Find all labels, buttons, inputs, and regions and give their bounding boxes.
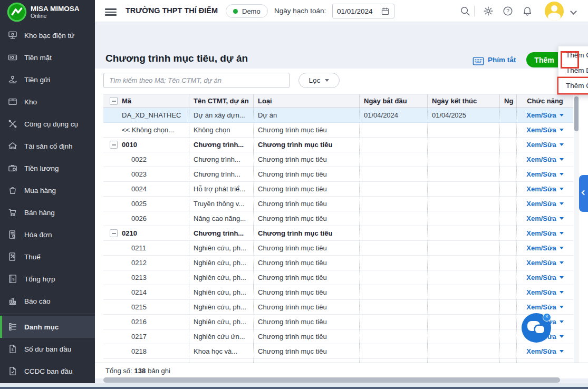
action-caret-icon[interactable]	[560, 217, 564, 220]
app-logo[interactable]: MISA MIMOSA Online	[0, 0, 95, 24]
table-row[interactable]: 0211Nghiên cứu, ph...Chương trình mục ti…	[103, 241, 573, 256]
table-row[interactable]: 0212Nghiên cứu, ph...Chương trình mục ti…	[103, 256, 573, 270]
row-action-link[interactable]: Xem/Sửa	[516, 123, 573, 137]
row-action-link[interactable]: Xem/Sửa	[516, 138, 573, 152]
hamburger-menu-icon[interactable]	[105, 7, 117, 17]
gear-icon[interactable]	[483, 5, 494, 17]
bell-icon[interactable]	[522, 5, 533, 17]
action-caret-icon[interactable]	[560, 350, 564, 353]
column-header-loai[interactable]: Loại	[253, 94, 359, 108]
table-row[interactable]: 0010Chương trình...Chương trình mục tiêu…	[103, 138, 573, 152]
action-caret-icon[interactable]	[560, 335, 564, 338]
table-row[interactable]: 0216Nghiên cứu, ph...Chương trình mục ti…	[103, 315, 573, 329]
row-action-link[interactable]: Xem/Sửa	[516, 152, 573, 167]
action-caret-icon[interactable]	[560, 114, 564, 116]
column-header-chuc-nang[interactable]: Chức năng	[516, 94, 573, 108]
table-row[interactable]: 0025Truyền thông v...Chương trình mục ti…	[103, 197, 573, 211]
table-row[interactable]: 0022Chương trình...Chương trình mục tiêu…	[103, 152, 573, 167]
action-caret-icon[interactable]	[560, 232, 564, 235]
sidebar-item-hoa-don[interactable]: Hóa đơn	[0, 223, 95, 246]
sidebar-item-cong-cu-dung-cu[interactable]: Công cụ dụng cụ	[0, 113, 95, 135]
sidebar-item-tai-san-co-dinh[interactable]: Tài sản cố định	[0, 135, 95, 157]
cell-code: 0217	[103, 329, 189, 344]
row-action-link[interactable]: Xem/Sửa	[516, 167, 573, 181]
table-row[interactable]: 0024Hỗ trợ phát triể...Chương trình mục …	[103, 182, 573, 197]
row-action-link[interactable]: Xem/Sửa	[516, 270, 573, 285]
vertical-scrollbar[interactable]	[574, 94, 579, 363]
column-header-truncated[interactable]: Ng	[499, 94, 516, 108]
calendar-icon[interactable]	[381, 7, 390, 16]
action-caret-icon[interactable]	[560, 158, 564, 161]
sidebar-item-tien-mat[interactable]: Tiền mặt	[0, 46, 95, 69]
add-menu-item-2[interactable]: Thêm Công trình/HMCT	[558, 78, 588, 93]
sidebar-item-tien-luong[interactable]: Tiền lương	[0, 157, 95, 179]
action-caret-icon[interactable]	[560, 306, 564, 308]
action-caret-icon[interactable]	[560, 143, 564, 146]
table-row[interactable]: 0210Chương trình...Chương trình mục tiêu…	[103, 226, 573, 241]
action-caret-icon[interactable]	[560, 276, 564, 279]
select-all-checkbox[interactable]	[110, 97, 118, 105]
table-row[interactable]: 0215Nghiên cứu, ph...Chương trình mục ti…	[103, 300, 573, 315]
chevron-down-icon[interactable]	[570, 8, 577, 15]
column-header-ngay-bat-dau[interactable]: Ngày bắt đầu	[359, 94, 427, 108]
filter-button[interactable]: Lọc	[298, 73, 340, 88]
row-action-link[interactable]: Xem/Sửa	[516, 241, 573, 255]
sidebar-item-ban-hang[interactable]: Bán hàng	[0, 201, 95, 223]
table-row[interactable]: 0023Chương trình...Chương trình mục tiêu…	[103, 167, 573, 182]
add-menu-item-0[interactable]: Thêm Chương trình mục tiêu	[558, 47, 588, 63]
sidebar-item-kho[interactable]: Kho	[0, 91, 95, 113]
action-caret-icon[interactable]	[560, 320, 564, 323]
row-action-link[interactable]: Xem/Sửa	[516, 285, 573, 299]
cell-code: 0215	[103, 300, 189, 314]
column-header-ma[interactable]: Mã	[103, 94, 189, 108]
chat-close-icon[interactable]: ×	[543, 313, 551, 322]
row-action-link[interactable]: Xem/Sửa	[516, 182, 573, 196]
horizontal-scrollbar[interactable]	[103, 377, 571, 383]
row-action-link[interactable]: Xem/Sửa	[516, 344, 573, 358]
help-icon[interactable]: ?	[502, 5, 514, 17]
vertical-scrollbar-thumb[interactable]	[574, 96, 579, 131]
accounting-date-input[interactable]: 01/01/2024	[332, 4, 394, 18]
add-menu-item-1[interactable]: Thêm Dự án	[558, 63, 588, 78]
cell-type: Chương trình mục tiêu	[253, 182, 359, 196]
action-caret-icon[interactable]	[560, 261, 564, 264]
row-action-link[interactable]: Xem/Sửa	[516, 211, 573, 226]
shortcut-button[interactable]: Phím tắt	[473, 55, 516, 64]
panel-collapse-tab[interactable]	[579, 175, 588, 212]
table-row[interactable]: 0026Nâng cao năng...Chương trình mục tiê…	[103, 211, 573, 226]
action-caret-icon[interactable]	[560, 188, 564, 190]
horizontal-scrollbar-thumb[interactable]	[103, 377, 560, 383]
sidebar-item-kho-bac-dien-tu[interactable]: Kho bạc điện tử	[0, 24, 95, 46]
table-row[interactable]: << Không chọn...Không chọnChương trình m…	[103, 123, 573, 138]
table-row[interactable]: 0213Nghiên cứu, ph...Chương trình mục ti…	[103, 270, 573, 285]
row-action-link[interactable]: Xem/Sửa	[516, 300, 573, 314]
action-caret-icon[interactable]	[560, 202, 564, 205]
collapse-toggle[interactable]	[110, 229, 118, 237]
action-caret-icon[interactable]	[560, 291, 564, 294]
sidebar-item-tong-hop[interactable]: $Tổng hợp	[0, 268, 95, 290]
sidebar-item-bao-cao[interactable]: Báo cáo	[0, 290, 95, 312]
sidebar-item-tien-gui[interactable]: Tiền gửi	[0, 69, 95, 91]
table-row[interactable]: DA_XD_NHATHECDự án xây dựn...Dự án01/04/…	[103, 108, 573, 123]
action-caret-icon[interactable]	[560, 129, 564, 131]
row-action-link[interactable]: Xem/Sửa	[516, 108, 573, 122]
avatar[interactable]	[545, 2, 564, 21]
column-header-ngay-ket-thuc[interactable]: Ngày kết thúc	[427, 94, 499, 108]
column-header-ten[interactable]: Tên CTMT, dự án	[189, 94, 253, 108]
table-row[interactable]: 0217Nghiên cứu ứn...Chương trình mục tiê…	[103, 329, 573, 344]
sidebar-item-mua-hang[interactable]: Mua hàng	[0, 179, 95, 201]
sidebar-item-thue[interactable]: Thuế	[0, 246, 95, 268]
row-action-link[interactable]: Xem/Sửa	[516, 197, 573, 211]
table-row[interactable]: 0214Nghiên cứu, ph...Chương trình mục ti…	[103, 285, 573, 300]
action-caret-icon[interactable]	[560, 247, 564, 249]
collapse-toggle[interactable]	[110, 141, 118, 149]
sidebar-item-ccdc-ban-dau[interactable]: CCDC ban đầu	[0, 360, 95, 382]
row-action-link[interactable]: Xem/Sửa	[516, 256, 573, 270]
search-input[interactable]	[103, 73, 290, 88]
sidebar-item-danh-muc[interactable]: Danh mục	[0, 316, 95, 338]
row-action-link[interactable]: Xem/Sửa	[516, 226, 573, 240]
action-caret-icon[interactable]	[560, 173, 564, 176]
search-icon[interactable]	[459, 5, 471, 17]
table-row[interactable]: 0218Khoa học và...Chương trình mục tiêuX…	[103, 344, 573, 359]
sidebar-item-so-du-ban-dau[interactable]: $Số dư ban đầu	[0, 338, 95, 360]
